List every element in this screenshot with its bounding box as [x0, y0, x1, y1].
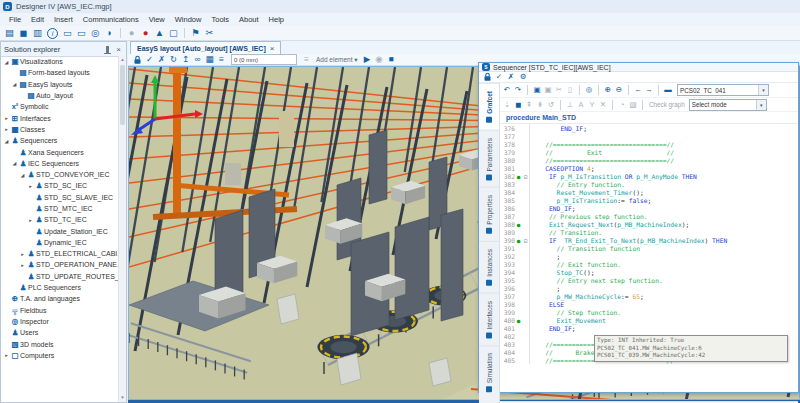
align-bottom-icon[interactable]: ⊥: [565, 100, 575, 110]
tree-item[interactable]: ▤Auto_layout: [1, 90, 119, 101]
tree-item[interactable]: ♟PLC Sequencers: [1, 282, 119, 293]
new-project-icon[interactable]: ▤: [3, 27, 16, 40]
chevron-down-icon[interactable]: ▾: [756, 100, 766, 110]
align-y-icon[interactable]: Y: [587, 100, 597, 110]
zoom-in-icon[interactable]: ⊕: [603, 85, 613, 95]
expander-icon[interactable]: ▸: [3, 126, 10, 132]
step16b-icon[interactable]: ⇟: [535, 100, 545, 110]
tree-item[interactable]: ◢♟STD_CONVEYOR_IEC: [1, 169, 119, 180]
delete-disabled-icon[interactable]: ▯: [565, 85, 575, 95]
menu-communications[interactable]: Communications: [78, 15, 144, 24]
align-a-icon[interactable]: A: [576, 100, 586, 110]
tree-item[interactable]: ♟Users: [1, 327, 119, 338]
lock-icon[interactable]: [132, 54, 143, 65]
run-export-icon[interactable]: ⚑: [189, 27, 202, 40]
tree-item[interactable]: ◎Inspector: [1, 316, 119, 327]
tree-item[interactable]: ╦Fieldbus: [1, 305, 119, 316]
window-grid2-icon[interactable]: ▭: [75, 27, 88, 40]
breakpoint-icon[interactable]: ●: [515, 173, 522, 180]
menu-file[interactable]: File: [4, 15, 26, 24]
expander-icon[interactable]: ▸: [19, 251, 26, 257]
cut-disabled-icon[interactable]: ✂: [554, 85, 564, 95]
pan-icon[interactable]: ◎: [584, 85, 594, 95]
online-icon[interactable]: ●: [125, 27, 138, 40]
hand-icon[interactable]: ◔: [617, 100, 627, 110]
menu-window[interactable]: Window: [170, 15, 207, 24]
tree-item[interactable]: ♟Update_Station_IEC: [1, 225, 119, 236]
expander-icon[interactable]: ◢: [3, 138, 10, 144]
tree-item[interactable]: ◢▣Visualizations: [1, 56, 119, 67]
tree-item[interactable]: ◢♟IEC Sequencers: [1, 158, 119, 169]
mode-combobox[interactable]: Select mode▾: [689, 99, 767, 111]
shortcuts-icon[interactable]: ✂: [203, 27, 216, 40]
tree-item[interactable]: ▸♟STD_ELECTRICAL_CABI...: [1, 248, 119, 259]
check-graph-label[interactable]: Check graph: [649, 101, 685, 108]
collapse-icon[interactable]: ▬: [663, 85, 673, 95]
tree-item[interactable]: ▸▢Computers: [1, 350, 119, 361]
tree-item[interactable]: ▸♟STD_TC_IEC: [1, 214, 119, 225]
add-element-button[interactable]: Add element ▾: [316, 56, 358, 64]
tree-scrollbar[interactable]: ▲ ▼: [118, 56, 126, 402]
menu-edit[interactable]: Edit: [26, 15, 49, 24]
expander-icon[interactable]: ▸: [3, 115, 10, 121]
list-icon[interactable]: ≡: [216, 54, 227, 65]
stop-icon[interactable]: ■: [386, 54, 397, 65]
folder-icon[interactable]: ◼: [513, 100, 523, 110]
tab-close-icon[interactable]: ×: [270, 44, 275, 53]
tree-item[interactable]: ◢▤EasyS layouts: [1, 79, 119, 90]
menu-insert[interactable]: Insert: [49, 15, 78, 24]
measure-field[interactable]: 0 (0 mm): [231, 54, 297, 65]
expander-icon[interactable]: ◢: [11, 160, 18, 166]
cancel-icon[interactable]: ✗: [506, 72, 516, 82]
apply-icon[interactable]: ✓: [144, 54, 155, 65]
tree-item[interactable]: ♟Dynamic_IEC: [1, 237, 119, 248]
tab-easys-layout[interactable]: EasyS layout [Auto_layout] [AWS_IEC] ×: [130, 41, 281, 54]
tree-item[interactable]: ▧3D models: [1, 338, 119, 349]
gear-icon[interactable]: ⚙: [518, 72, 528, 82]
expander-icon[interactable]: ▸: [27, 183, 34, 189]
undo-icon[interactable]: ↶: [502, 85, 512, 95]
breakpoint-icon[interactable]: ●: [515, 317, 522, 324]
menu-about[interactable]: About: [234, 15, 264, 24]
tree-item[interactable]: ▸⊞Interfaces: [1, 112, 119, 123]
scroll-thumb[interactable]: [120, 65, 125, 125]
scroll-down-icon[interactable]: ▼: [119, 394, 126, 402]
expander-icon[interactable]: ▸: [3, 352, 10, 358]
eye-icon[interactable]: ◉: [374, 54, 385, 65]
menu-tools[interactable]: Tools: [206, 15, 234, 24]
tree-item[interactable]: ▸♟STD_SC_IEC: [1, 180, 119, 191]
apply-icon[interactable]: ✓: [494, 72, 504, 82]
tree-item[interactable]: ♟STD_SC_SLAVE_IEC: [1, 192, 119, 203]
layers-icon[interactable]: ≡: [301, 54, 312, 65]
scroll-up-icon[interactable]: ▲: [119, 56, 126, 64]
binoculars-icon[interactable]: ◎: [89, 27, 102, 40]
chevron-down-icon[interactable]: ▾: [758, 85, 768, 95]
close-icon[interactable]: ×: [114, 45, 123, 54]
tree-item[interactable]: x²Symbolic: [1, 101, 119, 112]
cancel-icon[interactable]: ✗: [156, 54, 167, 65]
refresh-icon[interactable]: ↻: [168, 54, 179, 65]
alerts-icon[interactable]: ▲: [153, 27, 166, 40]
tree-item[interactable]: ▸♟STD_OPERATION_PANE...: [1, 259, 119, 270]
fold-icon[interactable]: ⊟: [522, 172, 530, 180]
breakpoint-icon[interactable]: ●: [515, 237, 522, 244]
link-icon[interactable]: ∞: [192, 54, 203, 65]
side-tab-parameters[interactable]: Parameters: [479, 130, 499, 188]
sequencer-title-bar[interactable]: S Sequencer [STD_TC_IEC][AWS_IEC]: [479, 63, 798, 72]
copy-icon[interactable]: ▣: [532, 85, 542, 95]
tree-item[interactable]: ♟STD_MTC_IEC: [1, 203, 119, 214]
comments-icon[interactable]: ◗: [103, 27, 116, 40]
expander-icon[interactable]: ▸: [27, 217, 34, 223]
layouts-icon[interactable]: ▥: [31, 27, 44, 40]
nav-right-icon[interactable]: →: [644, 85, 654, 95]
expander-icon[interactable]: ◢: [3, 59, 10, 65]
window-grid-icon[interactable]: ▭: [61, 27, 74, 40]
tree-item[interactable]: ⊕T.A. and languages: [1, 293, 119, 304]
tree-item[interactable]: ♟Xana Sequencers: [1, 146, 119, 157]
side-tab-grafcet[interactable]: Grafcet: [479, 83, 499, 130]
loop-icon[interactable]: ↺: [546, 100, 556, 110]
step16a-icon[interactable]: ⇞: [524, 100, 534, 110]
pin-icon[interactable]: [106, 46, 109, 53]
redo-icon[interactable]: ↷: [513, 85, 523, 95]
snapshot-icon[interactable]: ▦: [204, 54, 215, 65]
